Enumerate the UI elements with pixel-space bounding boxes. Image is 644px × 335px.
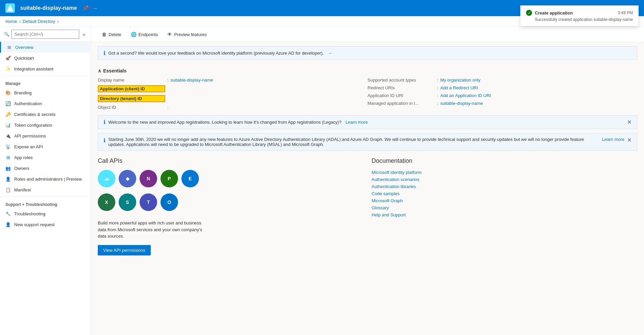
doc-link-1[interactable]: Authentication scenarios <box>372 177 637 182</box>
essentials-row-redirect-uris: Redirect URIs : Add a Redirect URI <box>368 84 637 92</box>
expose-icon: 📡 <box>5 144 11 149</box>
essentials-row-object-id: Object ID : <box>98 103 368 111</box>
planner-icon: P <box>160 170 178 187</box>
search-icon: 🔍 <box>4 32 9 37</box>
azure-functions-icon: ☁ <box>98 170 115 187</box>
authentication-label: Authentication <box>14 101 42 106</box>
troubleshooting-label: Troubleshooting <box>14 211 46 216</box>
preview-features-button[interactable]: 👁 Preview features <box>163 30 211 39</box>
doc-link-6[interactable]: Help and Support <box>372 212 637 217</box>
sidebar-item-expose-api[interactable]: 📡 Expose an API <box>0 141 91 152</box>
feedback-arrow[interactable]: → <box>328 51 332 56</box>
endpoints-icon: 🌐 <box>131 32 137 37</box>
info-text-2: Starting June 30th, 2020 we will no long… <box>108 137 598 147</box>
doc-link-5[interactable]: Glossary <box>372 205 637 210</box>
azure-logo-shape <box>7 5 13 11</box>
app-id-uri-value[interactable]: Add an Application ID URI <box>440 93 491 98</box>
doc-link-3[interactable]: Code samples <box>372 191 637 196</box>
sidebar-item-overview[interactable]: ⊞ Overview <box>0 42 91 53</box>
excel-icon: X <box>98 193 115 211</box>
sidebar-item-api-permissions[interactable]: 🔌 API permissions <box>0 130 91 141</box>
onenote-icon: N <box>140 170 157 187</box>
display-name-value[interactable]: suitable-display-name <box>171 78 213 83</box>
learn-more-link-1[interactable]: Learn more <box>346 120 368 125</box>
app-container: suitable-display-name 📌 ··· Home › Defau… <box>0 0 644 335</box>
main-content: 🗑 Delete 🌐 Endpoints 👁 Preview features … <box>91 27 644 335</box>
expose-api-label: Expose an API <box>14 144 43 149</box>
content-inner: ℹ Got a second? We would love your feedb… <box>91 46 644 262</box>
toast-notification: ✓ Create application 3:49 PM Successfull… <box>520 5 639 26</box>
toast-time: 3:49 PM <box>618 10 633 15</box>
essentials-grid: Display name : suitable-display-name App… <box>98 76 637 111</box>
info-icon-2: ℹ <box>104 137 106 144</box>
sidebar-item-app-roles[interactable]: ⊞ App roles <box>0 152 91 163</box>
sidebar-item-new-support[interactable]: 👤 New support request <box>0 219 91 230</box>
endpoints-button[interactable]: 🌐 Endpoints <box>127 30 162 39</box>
sidebar-item-manifest[interactable]: 📋 Manifest <box>0 184 91 195</box>
more-icon[interactable]: ··· <box>93 5 97 11</box>
toolbar: 🗑 Delete 🌐 Endpoints 👁 Preview features <box>91 27 644 42</box>
object-id-label: Object ID <box>98 105 165 110</box>
info-text-1: Welcome to the new and improved App regi… <box>108 120 342 125</box>
delete-label: Delete <box>109 32 121 37</box>
essentials-row-managed-app: Managed application in l... : suitable-d… <box>368 99 637 107</box>
graph-icon: ◆ <box>119 170 136 187</box>
collapse-button[interactable]: « <box>81 30 87 38</box>
sidebar-item-token-config[interactable]: 📊 Token configuration <box>0 120 91 130</box>
sidebar-item-roles-admin[interactable]: 👤 Roles and administrators | Preview <box>0 174 91 184</box>
nav-divider-1 <box>0 75 91 76</box>
essentials-right-col: Supported account types : My organizatio… <box>368 76 637 111</box>
sidebar-item-quickstart[interactable]: 🚀 Quickstart <box>0 53 91 63</box>
delete-button[interactable]: 🗑 Delete <box>98 30 125 39</box>
search-input[interactable] <box>11 30 79 39</box>
essentials-row-display-name: Display name : suitable-display-name <box>98 76 368 84</box>
sidebar-item-authentication[interactable]: 🔄 Authentication <box>0 98 91 109</box>
exchange-icon: E <box>181 170 199 187</box>
client-id-label: Application (client) ID <box>98 85 165 92</box>
breadcrumb-directory[interactable]: Default Directory <box>23 19 55 24</box>
key-icon: 🔑 <box>5 112 11 117</box>
call-apis-title: Call APIs <box>98 157 363 164</box>
new-support-label: New support request <box>14 222 55 227</box>
support-section-label: Support + Troubleshooting <box>0 198 91 208</box>
sidebar-item-branding[interactable]: 🎨 Branding <box>0 87 91 98</box>
endpoints-label: Endpoints <box>139 32 158 37</box>
essentials-section-header[interactable]: ∧ Essentials <box>98 64 637 76</box>
doc-link-4[interactable]: Microsoft Graph <box>372 198 637 203</box>
redirect-uris-value[interactable]: Add a Redirect URI <box>440 85 478 90</box>
sidebar-item-troubleshooting[interactable]: 🔧 Troubleshooting <box>0 208 91 219</box>
documentation-title: Documentation <box>372 157 637 164</box>
redirect-uris-label: Redirect URIs <box>368 85 435 90</box>
branding-label: Branding <box>14 90 32 95</box>
sidebar-item-integration[interactable]: ✨ Integration assistant <box>0 63 91 74</box>
roles-icon: 👤 <box>5 176 11 182</box>
view-api-permissions-button[interactable]: View API permissions <box>98 245 151 255</box>
pin-icon[interactable]: 📌 <box>83 5 89 11</box>
doc-links: Microsoft identity platform Authenticati… <box>372 170 637 217</box>
close-button-2[interactable]: ✕ <box>627 137 632 143</box>
breadcrumb-home[interactable]: Home <box>5 19 17 24</box>
account-types-value[interactable]: My organization only <box>440 78 480 83</box>
sidebar-item-certificates[interactable]: 🔑 Certificates & secrets <box>0 109 91 120</box>
learn-more-link-2[interactable]: Learn more <box>602 137 624 142</box>
managed-app-value[interactable]: suitable-display-name <box>440 101 483 106</box>
rocket-icon: 🚀 <box>5 55 11 61</box>
doc-link-0[interactable]: Microsoft identity platform <box>372 170 637 175</box>
app-id-uri-label: Application ID URI <box>368 93 435 98</box>
wand-icon: ✨ <box>5 66 11 71</box>
support-icon: 👤 <box>5 222 11 227</box>
info-banner-2: ℹ Starting June 30th, 2020 we will no lo… <box>98 133 637 151</box>
azure-logo <box>5 3 15 13</box>
close-button-1[interactable]: ✕ <box>627 119 632 125</box>
call-apis-description: Build more powerful apps with rich user … <box>98 220 206 240</box>
sidebar-item-owners[interactable]: 👥 Owners <box>0 163 91 174</box>
toast-header: ✓ Create application 3:49 PM <box>526 10 633 16</box>
doc-link-2[interactable]: Authentication libraries <box>372 184 637 189</box>
top-bar-grid: suitable-display-name 📌 ··· <box>5 3 97 13</box>
toast-title: Create application <box>535 10 615 16</box>
overview-label: Overview <box>15 45 33 50</box>
toast-message: Successfully created application suitabl… <box>526 17 633 22</box>
preview-icon: 👁 <box>167 32 172 37</box>
sharepoint-icon: S <box>119 193 136 211</box>
essentials-row-tenant-id: Directory (tenant) ID <box>98 94 368 103</box>
